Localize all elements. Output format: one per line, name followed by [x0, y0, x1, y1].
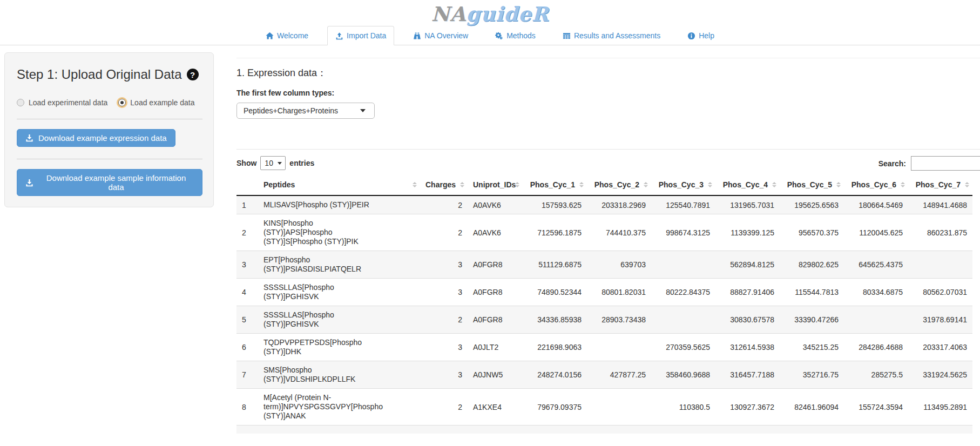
tab-import-data[interactable]: Import Data: [327, 26, 394, 45]
radio-label: Load example data: [130, 98, 194, 107]
value-cell: 345215.25: [780, 334, 844, 361]
charge-cell: 3: [420, 279, 468, 306]
value-cell: 203318.2969: [587, 195, 651, 214]
sort-icon: [644, 182, 648, 187]
tab-help[interactable]: Help: [679, 26, 722, 45]
sort-icon: [413, 182, 417, 187]
tab-bar: WelcomeImport DataNA OverviewMethodsResu…: [0, 26, 980, 45]
value-cell: 74890.52344: [523, 279, 587, 306]
peptide-cell: SSSSLLAS[Phospho (STY)]PGHISVK: [258, 279, 420, 306]
column-types-select[interactable]: Peptides+Charges+Proteins: [236, 103, 375, 119]
value-cell: 34336.85938: [523, 306, 587, 334]
sidebar-title: Step 1: Upload Original Data ?: [17, 67, 202, 82]
tab-results-and-assessments[interactable]: Results and Assessments: [555, 26, 668, 45]
expression-data-table: PeptidesChargesUniprot_IDsPhos_Cyc_1Phos…: [236, 174, 972, 425]
table-row: 4SSSSLLAS[Phospho (STY)]PGHISVK3A0FGR874…: [236, 279, 972, 306]
value-cell: 352716.75: [780, 361, 844, 389]
charge-cell: 2: [420, 195, 468, 214]
value-cell: 88827.91406: [715, 279, 780, 306]
tab-welcome[interactable]: Welcome: [258, 26, 316, 45]
column-header-peptides[interactable]: Peptides: [258, 174, 420, 195]
column-label: Phos_Cyc_3: [659, 180, 704, 189]
radio-load-experimental-data[interactable]: Load experimental data: [17, 98, 107, 107]
entries-select[interactable]: 10: [260, 156, 286, 170]
chevron-down-icon: [360, 109, 366, 112]
index-cell: 2: [236, 214, 258, 251]
value-cell: 180664.5469: [844, 195, 908, 214]
index-cell: 4: [236, 279, 258, 306]
charge-cell: 2: [420, 306, 468, 334]
chevron-down-icon: [278, 162, 282, 165]
value-cell: [651, 306, 715, 334]
sort-icon: [772, 182, 776, 187]
value-cell: 998674.3125: [651, 214, 715, 251]
value-cell: 28903.73438: [587, 306, 651, 334]
sidebar-title-text: Step 1: Upload Original Data: [17, 67, 182, 82]
download-icon: [25, 134, 33, 142]
value-cell: 270359.5625: [651, 334, 715, 361]
button-label: Download example sample information data: [38, 173, 194, 192]
tab-label: Methods: [506, 31, 536, 40]
value-cell: 316457.7188: [715, 361, 780, 389]
tab-label: Results and Assessments: [574, 31, 660, 40]
entries-selected-value: 10: [265, 159, 273, 167]
index-cell: 8: [236, 389, 258, 425]
radio-load-example-data[interactable]: Load example data: [118, 98, 194, 107]
value-cell: 115544.7813: [780, 279, 844, 306]
download-example-expression-data-button[interactable]: Download example expression data: [17, 129, 175, 147]
index-cell: 1: [236, 195, 258, 214]
column-label: Phos_Cyc_2: [594, 180, 639, 189]
tab-methods[interactable]: Methods: [487, 26, 544, 45]
nav-tabs: WelcomeImport DataNA OverviewMethodsResu…: [0, 26, 980, 45]
column-label: Charges: [425, 180, 456, 189]
charge-cell: 2: [420, 214, 468, 251]
divider: [17, 119, 202, 119]
column-header-phos-cyc-3[interactable]: Phos_Cyc_3: [651, 174, 715, 195]
value-cell: 639703: [587, 251, 651, 279]
divider: [236, 58, 980, 58]
uniprot-cell: A0AVK6: [468, 214, 523, 251]
entries-length-control: Show 10 entries: [236, 156, 980, 170]
column-header-phos-cyc-1[interactable]: Phos_Cyc_1: [523, 174, 587, 195]
index-cell: 3: [236, 251, 258, 279]
charge-cell: 3: [420, 361, 468, 389]
column-header-phos-cyc-6[interactable]: Phos_Cyc_6: [844, 174, 908, 195]
sort-icon: [515, 182, 519, 187]
sort-icon: [836, 182, 841, 187]
value-cell: 331924.5625: [908, 361, 972, 389]
value-cell: 80801.82031: [587, 279, 651, 306]
column-header-phos-cyc-7[interactable]: Phos_Cyc_7: [908, 174, 972, 195]
table-row: 5SSSSLLAS[Phospho (STY)]PGHISVK2A0FGR834…: [236, 306, 972, 334]
uniprot-cell: A0FGR8: [468, 251, 523, 279]
tab-na-overview[interactable]: NA Overview: [405, 26, 476, 45]
sort-icon: [460, 182, 464, 187]
column-header-index[interactable]: [236, 174, 258, 195]
peptide-cell: M[Acetyl (Protein N-term)]NPVYSPGSSGVPY[…: [258, 389, 420, 425]
value-cell: 744410.375: [587, 214, 651, 251]
value-cell: [587, 334, 651, 361]
column-header-uniprot-ids[interactable]: Uniprot_IDs: [468, 174, 523, 195]
value-cell: 829802.625: [780, 251, 844, 279]
help-question-icon[interactable]: ?: [187, 69, 199, 80]
info-icon: [687, 32, 695, 40]
column-header-phos-cyc-2[interactable]: Phos_Cyc_2: [587, 174, 651, 195]
column-header-phos-cyc-5[interactable]: Phos_Cyc_5: [780, 174, 844, 195]
download-icon: [25, 179, 33, 187]
uniprot-cell: A0JLT2: [468, 334, 523, 361]
value-cell: 284286.4688: [844, 334, 908, 361]
value-cell: 312614.5938: [715, 334, 780, 361]
value-cell: 130927.3672: [715, 389, 780, 425]
table-row: 2KINS[Phospho (STY)]APS[Phospho (STY)]S[…: [236, 214, 972, 251]
value-cell: 221698.9063: [523, 334, 587, 361]
search-input[interactable]: [911, 156, 980, 171]
home-icon: [266, 32, 274, 40]
column-header-phos-cyc-4[interactable]: Phos_Cyc_4: [715, 174, 780, 195]
radio-button-icon[interactable]: [118, 99, 126, 106]
radio-button-icon[interactable]: [17, 99, 24, 106]
logo-part-na: NA: [431, 2, 467, 26]
value-cell: 113495.2891: [908, 389, 972, 425]
index-cell: 5: [236, 306, 258, 334]
download-example-sample-information-data-button[interactable]: Download example sample information data: [17, 169, 202, 196]
column-header-charges[interactable]: Charges: [420, 174, 468, 195]
uniprot-cell: A0JNW5: [468, 361, 523, 389]
